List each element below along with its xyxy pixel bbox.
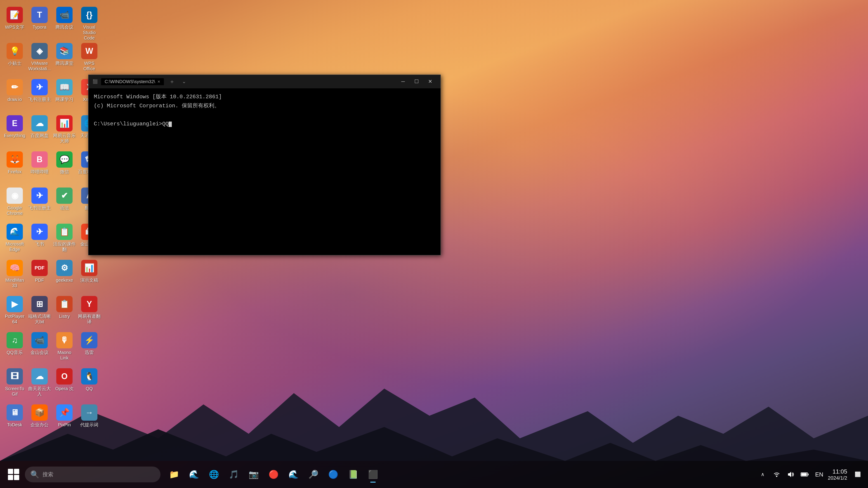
desktop-icon-charts[interactable]: 📊 网易云音乐大师 <box>52 113 77 149</box>
icon-image-wps-office: W <box>81 43 97 59</box>
desktop-icon-opera[interactable]: O Opera 次 <box>52 366 77 402</box>
icon-image-prompt: → <box>81 404 97 421</box>
taskbar-app-taskbar-qqmusic[interactable]: 🎵 <box>225 465 243 484</box>
taskbar-app-taskbar-chrome[interactable]: 🌐 <box>205 465 223 484</box>
desktop-icon-yufa[interactable]: ✔ 语法 <box>52 185 77 221</box>
desktop-icon-google-chrome[interactable]: ◉ Google Chrome <box>2 185 27 221</box>
taskbar-app-taskbar-youdao[interactable]: 📗 <box>344 465 362 484</box>
cmd-titlebar: ⬛ C:\WINDOWS\system32\ ✕ ＋ ⌄ ─ ☐ ✕ <box>88 75 440 88</box>
sys-tray-expand[interactable]: ∧ <box>757 468 769 480</box>
taskbar-app-edge-taskbar[interactable]: 🌊 <box>185 465 203 484</box>
desktop-icon-huoying[interactable]: 📋 活应的课件翻 <box>52 221 77 258</box>
desktop-icon-pdf-editor[interactable]: PDF PDF <box>27 258 52 294</box>
taskbar-app-taskbar-edge2[interactable]: 🌊 <box>284 465 303 484</box>
icon-image-google-chrome: ◉ <box>6 188 23 204</box>
desktop-icon-tips[interactable]: 💡 小贴士 <box>2 41 27 77</box>
taskbar-app-file-explorer[interactable]: 📁 <box>165 465 183 484</box>
desktop-icon-firefox[interactable]: 🦊 Firefox <box>2 149 27 185</box>
cmd-cursor <box>168 122 172 127</box>
start-icon-sq1 <box>8 469 13 474</box>
icon-label-google-chrome: Google Chrome <box>3 205 26 216</box>
icon-image-tianruoyun2: ☁ <box>31 368 48 385</box>
desktop-icon-maono-link[interactable]: 🎙 Maono Link <box>52 330 77 366</box>
icon-label-yufa: 语法 <box>60 205 69 210</box>
desktop-icon-bilibili[interactable]: B 哔哩哔哩 <box>27 149 52 185</box>
cmd-content: Microsoft Windows [版本 10.0.22631.2861] (… <box>88 88 440 255</box>
desktop-icon-xuexi[interactable]: 📖 网课学习 <box>52 77 77 113</box>
icon-label-edge: Microsoft Edge <box>3 241 26 252</box>
taskbar-app-taskbar-feishu[interactable]: 🔵 <box>324 465 342 484</box>
desktop-icon-alibaba[interactable]: 📦 企业办公 <box>27 402 52 438</box>
desktop-icon-draw-io[interactable]: ✏ draw.io <box>2 77 27 113</box>
icon-image-tencent-class: 📚 <box>56 43 72 59</box>
taskbar-clock[interactable]: 11:05 2024/1/2 <box>828 468 847 481</box>
battery-icon[interactable] <box>799 468 811 480</box>
desktop-icon-wps-office[interactable]: W WPS Office <box>77 41 102 77</box>
taskbar-app-taskbar-fire[interactable]: 🔴 <box>265 465 283 484</box>
icon-label-opera: Opera 次 <box>55 386 73 391</box>
notification-icon[interactable]: ⬜ <box>852 468 864 480</box>
desktop-icon-feishu2[interactable]: ✈ 飞书注册主 <box>27 185 52 221</box>
icon-image-screentogif: 🎞 <box>6 368 23 385</box>
network-icon[interactable] <box>771 468 782 480</box>
desktop-icon-geekexe[interactable]: ⚙ geekexe <box>52 258 77 294</box>
desktop-icon-vmware[interactable]: ◈ VMware Workstati... <box>27 41 52 77</box>
cmd-prompt-line[interactable]: C:\Users\liuguanglei>QQ <box>94 120 435 128</box>
desktop-icon-baidunetdisk[interactable]: ☁ 百度网盘 <box>27 113 52 149</box>
desktop: 📝 WPS文字 T Typora 📹 腾讯会议 {} Visual Studio… <box>0 0 868 488</box>
desktop-icon-presmaster[interactable]: 📊 演示文稿 <box>77 258 102 294</box>
icon-label-feishu3: 飞书 <box>35 241 44 247</box>
desktop-icon-everything[interactable]: E Everything <box>2 113 27 149</box>
cmd-window[interactable]: ⬛ C:\WINDOWS\system32\ ✕ ＋ ⌄ ─ ☐ ✕ Micro… <box>88 74 441 255</box>
cmd-dropdown-button[interactable]: ⌄ <box>180 78 188 85</box>
desktop-icon-tencent-class[interactable]: 📚 腾讯课堂 <box>52 41 77 77</box>
cmd-tab-close-icon[interactable]: ✕ <box>157 79 160 84</box>
desktop-icon-vscode[interactable]: {} Visual Studio Code <box>77 4 102 41</box>
desktop-icon-wechat[interactable]: 💬 微信 <box>52 149 77 185</box>
desktop-icon-tianzhen[interactable]: ⚡ 迅雷 <box>77 330 102 366</box>
start-button[interactable] <box>4 465 23 484</box>
icon-label-tips: 小贴士 <box>8 61 22 66</box>
desktop-icon-screen-bits[interactable]: ⊞ 端格式清晰大bit <box>27 294 52 330</box>
icon-image-wps-wenzi: 📝 <box>6 7 23 23</box>
icon-label-jinshan-meeting: 金山会议 <box>31 350 49 355</box>
icon-label-charts: 网易云音乐大师 <box>53 133 76 144</box>
desktop-icons: 📝 WPS文字 T Typora 📹 腾讯会议 {} Visual Studio… <box>0 0 99 461</box>
desktop-icon-youdao[interactable]: Y 网易有道翻译 <box>77 294 102 330</box>
desktop-icon-listry[interactable]: 📋 Listry <box>52 294 77 330</box>
taskbar-app-taskbar-cmd[interactable]: ⬛ <box>364 465 382 484</box>
desktop-icon-tianruoyun2[interactable]: ☁ 曲天若云大入 <box>27 366 52 402</box>
cmd-tab-label: C:\WINDOWS\system32\ <box>105 79 155 84</box>
desktop-icon-screentogif[interactable]: 🎞 ScreenToGif <box>2 366 27 402</box>
keyboard-layout[interactable]: EN <box>815 471 823 478</box>
desktop-icon-edge[interactable]: 🌊 Microsoft Edge <box>2 221 27 258</box>
icon-image-potplayer: ▶ <box>6 296 23 312</box>
desktop-icon-prompt[interactable]: → 代提示词 <box>77 402 102 438</box>
cmd-close-button[interactable]: ✕ <box>423 75 437 88</box>
desktop-icon-feishu[interactable]: ✈ 飞书注册主 <box>27 77 52 113</box>
desktop-icon-pixpin[interactable]: 📌 PixPin <box>52 402 77 438</box>
taskbar-search[interactable]: 🔍 搜索 <box>25 466 160 482</box>
taskbar-app-taskbar-search2[interactable]: 🔎 <box>304 465 322 484</box>
desktop-icon-todesk[interactable]: 🖥 ToDesk <box>2 402 27 438</box>
icon-label-bilibili: 哔哩哔哩 <box>31 169 49 174</box>
desktop-icon-wps-wenzi[interactable]: 📝 WPS文字 <box>2 4 27 41</box>
cmd-minimize-button[interactable]: ─ <box>396 75 410 88</box>
volume-icon[interactable] <box>785 468 797 480</box>
desktop-icon-potplayer[interactable]: ▶ PotPlayer 64 <box>2 294 27 330</box>
desktop-icon-mindman[interactable]: 🧠 MindMan 33 <box>2 258 27 294</box>
icon-label-baidunetdisk: 百度网盘 <box>31 133 49 138</box>
desktop-icon-jinshan-meeting[interactable]: 📹 金山会议 <box>27 330 52 366</box>
desktop-icon-tencent-meeting[interactable]: 📹 腾讯会议 <box>52 4 77 41</box>
desktop-icon-typora[interactable]: T Typora <box>27 4 52 41</box>
desktop-icon-feishu3[interactable]: ✈ 飞书 <box>27 221 52 258</box>
cmd-new-tab-button[interactable]: ＋ <box>166 78 178 85</box>
desktop-icon-qqmusic[interactable]: ♫ QQ音乐 <box>2 330 27 366</box>
mountains <box>0 370 868 461</box>
desktop-icon-qq[interactable]: 🐧 QQ <box>77 366 102 402</box>
cmd-maximize-button[interactable]: ☐ <box>410 75 423 88</box>
icon-image-vscode: {} <box>81 7 97 23</box>
taskbar-app-taskbar-camera[interactable]: 📷 <box>245 465 263 484</box>
cmd-line-1: Microsoft Windows [版本 10.0.22631.2861] <box>94 93 435 101</box>
icon-label-qqmusic: QQ音乐 <box>6 350 23 355</box>
